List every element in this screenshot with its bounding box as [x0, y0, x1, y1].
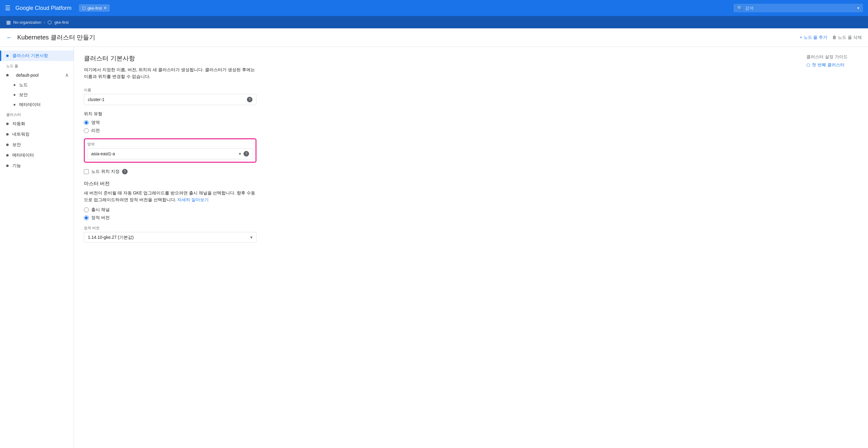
sidebar-label-metadata: 메타데이터: [19, 102, 41, 107]
delete-node-pool-button[interactable]: 🗑 노드 풀 삭제: [832, 35, 862, 40]
sidebar-label-features: 기능: [12, 163, 21, 168]
first-cluster-link[interactable]: ⬡ 첫 번째 클러스터: [806, 62, 862, 68]
master-version-description: 새 버전이 준비될 때 자동 GKE 업그레이드를 받으려면 출시 채널을 선택…: [84, 190, 256, 203]
sidebar-pool-name: default-pool: [16, 73, 38, 78]
menu-icon[interactable]: ☰: [5, 4, 10, 12]
right-panel: 클러스터 설정 가이드 ⬡ 첫 번째 클러스터: [800, 47, 868, 448]
sidebar-item-metadata2[interactable]: 메타데이터: [0, 150, 74, 161]
page-header: ← Kubernetes 클러스터 만들기 + 노드 풀 추가 🗑 노드 풀 삭…: [0, 28, 868, 47]
node-location-checkbox-input[interactable]: [84, 169, 89, 174]
header-actions: + 노드 풀 추가 🗑 노드 풀 삭제: [800, 35, 862, 40]
sidebar-dot-features: [6, 164, 9, 167]
sidebar-dot-automation: [6, 123, 9, 125]
master-version-title: 마스터 버전: [84, 181, 790, 187]
sidebar-item-automation[interactable]: 자동화: [0, 119, 74, 129]
page-title: Kubernetes 클러스터 만들기: [17, 33, 795, 41]
radio-region-input[interactable]: [84, 128, 89, 133]
top-navigation-bar: ☰ Google Cloud Platform ⬡ gke-first ✕ 🔍 …: [0, 0, 868, 16]
sidebar-item-cluster-basics[interactable]: 클러스터 기본사항: [0, 51, 74, 61]
guide-link-icon: ⬡: [806, 63, 810, 67]
radio-release-label: 출시 채널: [91, 207, 110, 213]
content-area: 클러스터 기본사항 여기에서 지정한 이름, 버전, 위치의 새 클러스터가 생…: [74, 47, 800, 448]
location-type-label: 위치 유형: [84, 111, 790, 117]
static-version-select[interactable]: 1.14.10-gke.27 (기본값): [88, 235, 248, 240]
radio-static-version[interactable]: 정적 버전: [84, 215, 790, 221]
sidebar-default-pool[interactable]: default-pool ∧: [0, 70, 74, 80]
sidebar-dot-active: [6, 55, 9, 57]
static-version-label: 정적 버전: [84, 226, 256, 231]
node-location-help-icon[interactable]: ?: [122, 169, 128, 174]
search-icon: 🔍: [737, 5, 743, 10]
org-label[interactable]: No organization: [13, 20, 41, 25]
sidebar-sub-dot-metadata: [13, 104, 16, 106]
content-title: 클러스터 기본사항: [84, 54, 790, 63]
name-label: 이름: [84, 88, 256, 93]
zone-dropdown-highlighted: 영역 asia-east1-a ▾ ?: [84, 138, 256, 163]
sidebar-pool-dot: [6, 74, 9, 76]
name-field: 이름 ?: [84, 88, 256, 105]
zone-help-icon[interactable]: ?: [244, 151, 249, 157]
radio-region-label: 리전: [91, 128, 100, 133]
search-input[interactable]: [745, 5, 852, 10]
tab-project-label: gke-first: [88, 6, 102, 10]
content-description: 여기에서 지정한 이름, 버전, 위치의 새 클러스터가 생성됩니다. 클러스터…: [84, 66, 256, 80]
sidebar-label-security2: 보안: [12, 142, 21, 148]
zone-label: 영역: [87, 142, 253, 147]
app-title: Google Cloud Platform: [16, 5, 71, 11]
guide-link-text: 첫 번째 클러스터: [812, 62, 844, 68]
sidebar-expand-icon[interactable]: ∧: [65, 72, 69, 78]
learn-more-link[interactable]: 자세히 알아보기: [177, 197, 209, 202]
radio-release-channel[interactable]: 출시 채널: [84, 207, 790, 213]
zone-dropdown-wrapper: asia-east1-a ▾ ?: [87, 148, 253, 159]
project-icon: ⬡: [48, 20, 52, 25]
radio-static-label: 정적 버전: [91, 215, 110, 221]
location-type-radio-group: 영역 리전: [84, 120, 790, 133]
sidebar-pool-left: default-pool: [6, 73, 38, 78]
sidebar-label-security: 보안: [19, 92, 28, 98]
add-node-pool-button[interactable]: + 노드 풀 추가: [800, 35, 827, 40]
sidebar-label-node: 노드: [19, 82, 28, 88]
sidebar-item-features[interactable]: 기능: [0, 161, 74, 171]
breadcrumb-separator: ›: [44, 20, 45, 25]
project-tab[interactable]: ⬡ gke-first ✕: [79, 4, 110, 12]
org-icon: ▦: [6, 20, 11, 25]
static-version-dropdown-wrapper: 1.14.10-gke.27 (기본값) ▾: [84, 232, 256, 243]
project-label[interactable]: gke-first: [54, 20, 68, 25]
radio-static-input[interactable]: [84, 215, 89, 220]
name-input-wrapper: ?: [84, 94, 256, 105]
radio-release-input[interactable]: [84, 207, 89, 212]
name-input[interactable]: [88, 97, 244, 102]
sidebar-label-automation: 자동화: [12, 121, 25, 127]
sidebar-sub-dot-security: [13, 94, 16, 96]
sidebar-item-security[interactable]: 보안: [0, 90, 74, 100]
master-version-section: 마스터 버전 새 버전이 준비될 때 자동 GKE 업그레이드를 받으려면 출시…: [84, 181, 790, 243]
radio-zone-label: 영역: [91, 120, 100, 125]
name-help-icon[interactable]: ?: [247, 97, 252, 102]
zone-select[interactable]: asia-east1-a: [91, 151, 237, 156]
sidebar-item-node[interactable]: 노드: [0, 80, 74, 90]
back-button[interactable]: ←: [6, 34, 12, 41]
sidebar-item-networking[interactable]: 네트워킹: [0, 129, 74, 139]
radio-zone-input[interactable]: [84, 120, 89, 125]
breadcrumb-bar: ▦ No organization › ⬡ gke-first: [0, 16, 868, 28]
sidebar-dot-security2: [6, 143, 9, 146]
sidebar-item-security2[interactable]: 보안: [0, 139, 74, 150]
radio-zone[interactable]: 영역: [84, 120, 790, 125]
sidebar: 클러스터 기본사항 노드 풀 default-pool ∧ 노드 보안 메타데이…: [0, 47, 74, 448]
sidebar-label-networking: 네트워킹: [12, 132, 30, 137]
search-dropdown-icon[interactable]: ▾: [857, 5, 859, 10]
tab-close-icon[interactable]: ✕: [103, 6, 107, 10]
radio-region[interactable]: 리전: [84, 128, 790, 133]
zone-dropdown-arrow[interactable]: ▾: [239, 151, 241, 156]
sidebar-section-cluster: 클러스터: [0, 110, 74, 119]
cluster-guide-title: 클러스터 설정 가이드: [806, 54, 862, 60]
sidebar-sub-dot-node: [13, 84, 16, 86]
search-bar[interactable]: 🔍 ▾: [734, 4, 863, 12]
sidebar-item-metadata[interactable]: 메타데이터: [0, 100, 74, 110]
static-version-dropdown: 정적 버전 1.14.10-gke.27 (기본값) ▾: [84, 226, 256, 243]
sidebar-label-metadata2: 메타데이터: [12, 153, 34, 158]
static-version-dropdown-arrow[interactable]: ▾: [250, 235, 252, 240]
sidebar-label-cluster-basics: 클러스터 기본사항: [12, 53, 48, 59]
sidebar-dot-networking: [6, 133, 9, 135]
node-location-checkbox[interactable]: 노드 위치 지정 ?: [84, 169, 790, 174]
